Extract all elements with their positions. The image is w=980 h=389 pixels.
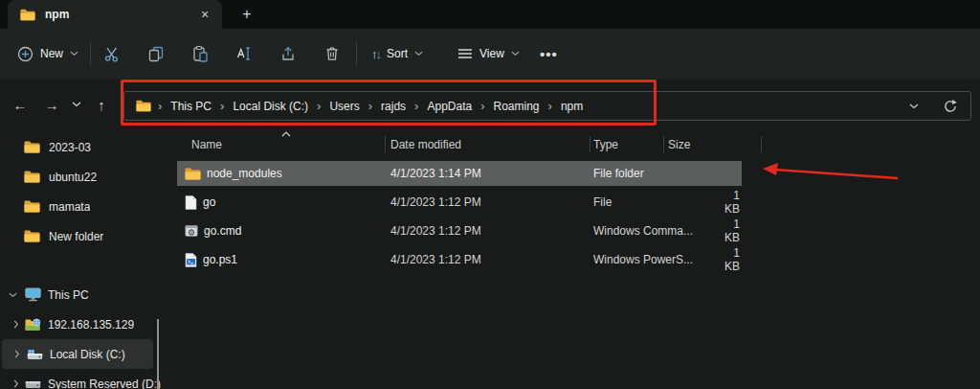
view-lines-icon xyxy=(457,48,473,59)
file-row-go-ps1[interactable]: go.ps1 4/1/2023 1:12 PM Windows PowerS..… xyxy=(177,245,742,274)
folder-icon xyxy=(24,171,40,183)
tab-title: npm xyxy=(45,8,195,21)
rename-button[interactable] xyxy=(226,37,262,70)
copy-icon xyxy=(147,45,165,62)
tab-npm[interactable]: npm × xyxy=(8,0,222,29)
breadcrumb-separator: › xyxy=(220,99,224,113)
share-button[interactable] xyxy=(270,37,306,70)
file-name: go xyxy=(203,195,215,209)
sidebar-item-new-folder[interactable]: New folder xyxy=(0,221,163,251)
column-resize-handle[interactable] xyxy=(385,136,386,152)
see-more-button[interactable]: ••• xyxy=(532,37,566,70)
breadcrumb-local-disk[interactable]: Local Disk (C:) xyxy=(231,98,310,115)
sidebar-item-network-location[interactable]: 192.168.135.129 xyxy=(0,309,163,339)
sidebar-item-this-pc[interactable]: This PC xyxy=(0,280,163,309)
local-disk-icon xyxy=(27,349,50,360)
scissors-icon xyxy=(103,45,121,62)
view-button[interactable]: View xyxy=(450,37,527,70)
file-date-modified: 4/1/2023 1:14 PM xyxy=(390,167,593,180)
new-tab-button[interactable]: + xyxy=(235,3,258,26)
sidebar-item-system-reserved-d[interactable]: System Reserved (D:) xyxy=(0,369,163,389)
network-drive-icon xyxy=(25,318,48,332)
file-type: Windows PowerS... xyxy=(593,253,718,266)
column-header-type[interactable]: Type xyxy=(593,138,618,151)
file-name: go.cmd xyxy=(204,224,241,238)
sidebar-item-label: Local Disk (C:) xyxy=(50,348,125,361)
copy-button[interactable] xyxy=(138,37,174,70)
chevron-right-icon[interactable] xyxy=(2,350,27,358)
tab-close-icon[interactable]: × xyxy=(195,5,214,24)
chevron-down-icon[interactable] xyxy=(0,292,25,298)
column-header-size[interactable]: Size xyxy=(668,138,690,151)
folder-icon xyxy=(185,168,201,180)
forward-button[interactable]: → xyxy=(39,92,64,117)
refresh-icon xyxy=(943,99,958,114)
breadcrumb-users[interactable]: Users xyxy=(327,98,361,115)
file-name: go.ps1 xyxy=(203,253,237,266)
column-headers: Name Date modified Type Size xyxy=(163,129,980,156)
address-dropdown-button[interactable] xyxy=(903,96,924,117)
file-name: node_modules xyxy=(207,167,282,180)
breadcrumb-this-pc[interactable]: This PC xyxy=(168,98,213,115)
breadcrumb-separator: › xyxy=(480,99,484,113)
this-pc-icon xyxy=(25,287,48,302)
sidebar-item-2023-03[interactable]: 2023-03 xyxy=(0,132,163,162)
column-resize-handle[interactable] xyxy=(761,136,762,152)
breadcrumb-separator: › xyxy=(317,99,321,113)
command-toolbar: New xyxy=(0,29,980,79)
breadcrumb-separator: › xyxy=(414,99,418,113)
back-button[interactable]: ← xyxy=(8,92,33,117)
file-size: 1 KB xyxy=(718,189,742,216)
column-resize-handle[interactable] xyxy=(663,136,664,152)
breadcrumb-rajds[interactable]: rajds xyxy=(379,98,408,115)
folder-icon xyxy=(24,200,40,213)
delete-button[interactable] xyxy=(314,37,350,70)
breadcrumb-npm[interactable]: npm xyxy=(559,98,585,115)
sidebar-item-label: System Reserved (D:) xyxy=(48,378,161,389)
breadcrumb-roaming[interactable]: Roaming xyxy=(492,98,542,115)
file-row-go[interactable]: go 4/1/2023 1:12 PM File 1 KB xyxy=(177,188,742,217)
chevron-right-icon[interactable] xyxy=(0,320,25,329)
refresh-button[interactable] xyxy=(940,96,961,117)
view-button-label: View xyxy=(479,47,504,60)
sidebar-item-mamata[interactable]: mamata xyxy=(0,192,163,221)
navigation-pane: 2023-03 ubuntu22 mamata New folder xyxy=(0,129,163,389)
address-bar[interactable]: › This PC › Local Disk (C:) › Users › ra… xyxy=(123,91,971,121)
column-resize-handle[interactable] xyxy=(590,136,590,152)
more-dots-icon: ••• xyxy=(540,46,558,62)
file-rows: node_modules 4/1/2023 1:14 PM File folde… xyxy=(177,159,742,274)
sidebar-scrollbar[interactable] xyxy=(157,319,159,389)
new-button[interactable]: New xyxy=(10,37,86,70)
up-button[interactable]: ↑ xyxy=(89,92,114,117)
sort-button[interactable]: ↑↓ Sort xyxy=(364,37,431,70)
file-size: 1 KB xyxy=(718,246,742,273)
disk-drive-icon xyxy=(25,378,48,389)
recent-locations-button[interactable] xyxy=(64,92,89,117)
cut-button[interactable] xyxy=(94,37,130,70)
paste-button[interactable] xyxy=(182,37,218,70)
file-row-go-cmd[interactable]: go.cmd 4/1/2023 1:12 PM Windows Comma...… xyxy=(177,217,742,245)
folder-icon xyxy=(24,230,40,242)
sort-button-label: Sort xyxy=(387,47,408,60)
file-size: 1 KB xyxy=(718,217,742,244)
file-list-pane: Name Date modified Type Size node_module… xyxy=(163,129,980,389)
sidebar-item-local-disk-c[interactable]: Local Disk (C:) xyxy=(2,339,153,369)
trash-icon xyxy=(323,45,341,62)
column-header-date-modified[interactable]: Date modified xyxy=(390,138,461,151)
folder-icon xyxy=(20,9,35,21)
column-header-name[interactable]: Name xyxy=(191,138,222,151)
folder-icon xyxy=(24,141,40,153)
tab-bar: npm × + xyxy=(0,0,980,29)
file-date-modified: 4/1/2023 1:12 PM xyxy=(390,224,593,238)
chevron-right-icon[interactable] xyxy=(0,379,25,388)
powershell-file-icon xyxy=(185,253,197,267)
file-row-node-modules[interactable]: node_modules 4/1/2023 1:14 PM File folde… xyxy=(177,161,742,186)
chevron-down-icon xyxy=(414,51,423,57)
file-type: File xyxy=(593,195,718,209)
sidebar-item-ubuntu22[interactable]: ubuntu22 xyxy=(0,162,163,192)
chevron-down-icon xyxy=(70,51,78,57)
sidebar-item-label: 192.168.135.129 xyxy=(48,318,134,332)
breadcrumb-separator: › xyxy=(548,99,552,113)
breadcrumb-appdata[interactable]: AppData xyxy=(425,98,474,115)
plus-circle-icon xyxy=(17,46,33,62)
